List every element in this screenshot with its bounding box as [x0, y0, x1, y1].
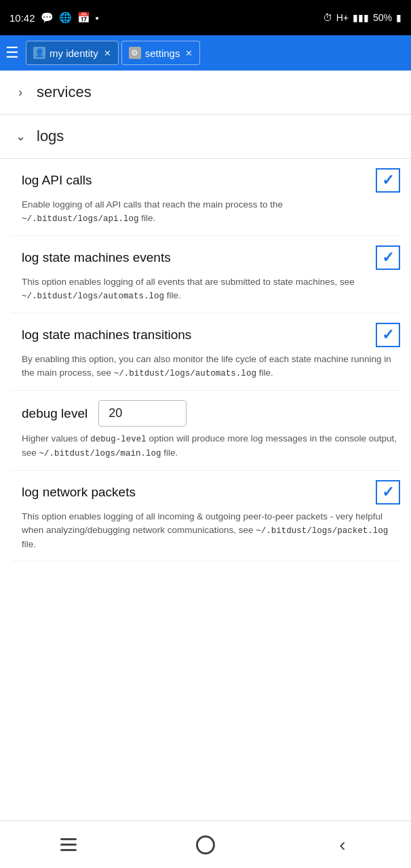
debug-level-desc-text: Higher values of: [22, 433, 88, 443]
globe-icon: 🌐: [59, 12, 72, 24]
log-state-machines-transitions-label: log state machines transitions: [22, 328, 370, 342]
log-state-machines-transitions-checkbox[interactable]: ✓: [376, 323, 400, 347]
logs-section-header[interactable]: ⌄ logs: [0, 115, 411, 159]
log-smt-desc-suffix: file.: [256, 368, 273, 378]
debug-level-desc-suffix: file.: [161, 448, 178, 458]
debug-level-desc-code: debug-level: [90, 435, 146, 444]
check-icon-4: ✓: [382, 485, 394, 500]
gear-icon: ⚙: [129, 47, 141, 59]
whatsapp-icon: 💬: [41, 12, 54, 24]
services-chevron-right-icon: ›: [11, 83, 30, 102]
status-right: ⏱ H+ ▮▮▮ 50% ▮: [323, 12, 402, 23]
nav-line-1: [60, 838, 77, 840]
debug-level-label: debug level: [22, 406, 87, 421]
person-icon: 👤: [33, 47, 45, 59]
check-icon-2: ✓: [382, 250, 394, 265]
alarm-icon: ⏱: [323, 12, 332, 23]
services-section-header[interactable]: › services: [0, 71, 411, 115]
menu-icon[interactable]: ☰: [5, 44, 19, 62]
log-network-packets-desc: This option enables logging of all incom…: [22, 510, 400, 551]
signal-bars-icon: ▮▮▮: [353, 12, 369, 23]
log-state-machines-events-desc: This option enables logging of all event…: [22, 275, 400, 303]
log-api-calls-label: log API calls: [22, 173, 370, 188]
tab-my-identity-close[interactable]: ✕: [104, 48, 111, 58]
log-np-desc-code: ~/.bitdust/logs/packet.log: [256, 526, 388, 536]
time-display: 10:42: [9, 12, 35, 24]
nav-line-2: [60, 844, 77, 846]
circle-icon: [196, 835, 215, 854]
debug-level-item: debug level Higher values of debug-level…: [11, 391, 400, 471]
log-state-machines-events-label: log state machines events: [22, 250, 370, 265]
log-network-packets-item: log network packets ✓ This option enable…: [11, 471, 400, 561]
log-np-desc-suffix: file.: [22, 539, 36, 549]
log-api-calls-desc-suffix: file.: [139, 213, 156, 223]
log-sme-desc-code: ~/.bitdust/logs/automats.log: [22, 292, 164, 301]
tab-settings-close[interactable]: ✕: [185, 48, 193, 58]
nav-menu-button[interactable]: [48, 831, 89, 859]
tab-settings[interactable]: ⚙ settings ✕: [121, 41, 201, 65]
nav-back-button[interactable]: ‹: [322, 831, 363, 859]
log-smt-desc-code: ~/.bitdust/logs/automats.log: [114, 369, 256, 378]
back-chevron-icon: ‹: [339, 835, 345, 854]
log-api-calls-desc: Enable logging of all API calls that rea…: [22, 198, 400, 226]
debug-level-desc-code2: ~/.bitdust/logs/main.log: [39, 449, 161, 458]
nav-line-3: [60, 849, 77, 851]
tab-my-identity[interactable]: 👤 my identity ✕: [26, 41, 119, 65]
log-api-calls-header: log API calls ✓: [22, 168, 400, 193]
tab-settings-label: settings: [145, 47, 180, 59]
log-network-packets-header: log network packets ✓: [22, 480, 400, 505]
log-state-machines-transitions-header: log state machines transitions ✓: [22, 323, 400, 347]
status-left: 10:42 💬 🌐 📅 •: [9, 12, 99, 24]
status-bar: 10:42 💬 🌐 📅 • ⏱ H+ ▮▮▮ 50% ▮: [0, 0, 411, 35]
check-icon: ✓: [382, 173, 394, 188]
log-state-machines-transitions-item: log state machines transitions ✓ By enab…: [11, 313, 400, 391]
battery-icon: ▮: [396, 12, 402, 23]
log-section: log API calls ✓ Enable logging of all AP…: [0, 159, 411, 561]
logs-chevron-down-icon: ⌄: [11, 127, 30, 146]
debug-level-input[interactable]: [98, 400, 187, 427]
tab-my-identity-label: my identity: [50, 47, 98, 59]
logs-section-title: logs: [37, 127, 64, 145]
services-section-title: services: [37, 83, 92, 101]
log-api-calls-item: log API calls ✓ Enable logging of all AP…: [11, 159, 400, 236]
tab-bar: ☰ 👤 my identity ✕ ⚙ settings ✕: [0, 35, 411, 71]
log-sme-desc-suffix: file.: [164, 290, 181, 300]
hamburger-icon: [60, 838, 77, 851]
debug-level-row: debug level: [22, 400, 400, 427]
main-content: › services ⌄ logs log API calls ✓ Enable…: [0, 71, 411, 821]
log-api-calls-checkbox[interactable]: ✓: [376, 168, 400, 193]
network-icon: H+: [336, 12, 349, 23]
bottom-nav: ‹: [0, 821, 411, 868]
log-state-machines-events-checkbox[interactable]: ✓: [376, 245, 400, 270]
dot-icon: •: [96, 12, 99, 24]
log-network-packets-label: log network packets: [22, 485, 370, 500]
nav-home-button[interactable]: [185, 831, 226, 859]
calendar-icon: 📅: [77, 12, 90, 24]
log-api-calls-desc-text: Enable logging of all API calls that rea…: [22, 199, 283, 210]
log-api-calls-desc-code: ~/.bitdust/logs/api.log: [22, 214, 139, 224]
check-icon-3: ✓: [382, 328, 394, 342]
log-state-machines-events-item: log state machines events ✓ This option …: [11, 236, 400, 313]
log-state-machines-transitions-desc: By enabling this option, you can also mo…: [22, 353, 400, 380]
debug-level-desc: Higher values of debug-level option will…: [22, 432, 400, 460]
battery-display: 50%: [373, 12, 392, 23]
log-sme-desc-text: This option enables logging of all event…: [22, 277, 355, 287]
log-state-machines-events-header: log state machines events ✓: [22, 245, 400, 270]
log-network-packets-checkbox[interactable]: ✓: [376, 480, 400, 505]
